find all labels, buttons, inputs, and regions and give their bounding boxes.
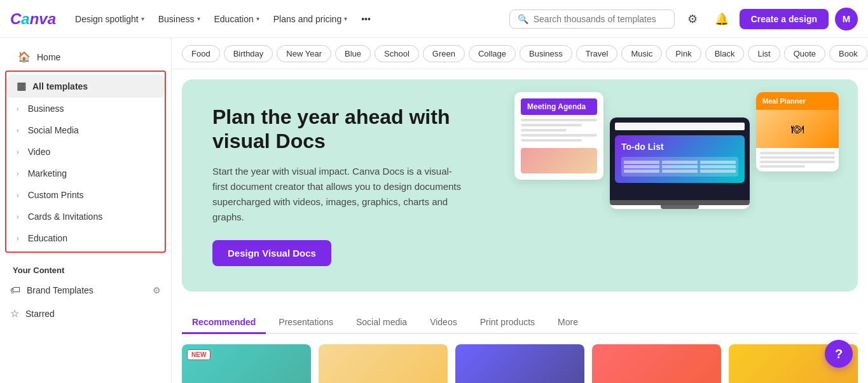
nav-education[interactable]: Education ▾ [208,10,266,28]
tab-more[interactable]: More [548,312,588,334]
logo[interactable]: Canva [10,10,56,28]
tag-pink[interactable]: Pink [666,45,701,62]
nav-design-spotlight[interactable]: Design spotlight ▾ [69,10,151,28]
sidebar-item-custom-prints[interactable]: › Custom Prints [6,184,165,206]
nav-business[interactable]: Business ▾ [152,10,207,28]
card-image [521,148,597,173]
todo-cell [662,170,698,173]
todo-table [621,157,738,177]
tag-music[interactable]: Music [621,45,662,62]
card-line [521,124,582,126]
grid-icon: ▦ [17,80,26,92]
thumb-bg: Inspire Your Feed [455,344,584,383]
avatar[interactable]: M [835,8,858,30]
tag-travel[interactable]: Travel [576,45,618,62]
search-icon: 🔍 [518,14,528,24]
laptop-stand [661,205,699,209]
meal-row [760,152,835,154]
card-line [521,134,597,137]
nav-more-button[interactable]: ••• [355,10,377,28]
tab-print-products[interactable]: Print products [470,312,545,334]
notifications-button[interactable]: 🔔 [710,8,733,30]
tab-videos[interactable]: Videos [420,312,467,334]
tag-school[interactable]: School [375,45,419,62]
tag-blue[interactable]: Blue [335,45,371,62]
card-line [521,129,567,131]
tag-book[interactable]: Book [829,45,867,62]
chevron-down-icon: ▾ [256,15,259,22]
template-thumb-1[interactable]: NEW ✦ Design [182,344,311,383]
template-thumb-2[interactable]: 🎨 [319,344,448,383]
sidebar-item-all-templates[interactable]: ▦ All templates [6,74,165,98]
tag-quote[interactable]: Quote [784,45,825,62]
tag-business[interactable]: Business [520,45,572,62]
chevron-right-icon: › [17,126,19,134]
tag-green[interactable]: Green [423,45,465,62]
sidebar-item-cards-invitations[interactable]: › Cards & Invitations [6,206,165,227]
meeting-agenda-card: Meeting Agenda [514,92,603,180]
card-line [521,119,597,121]
chevron-right-icon: › [17,148,19,156]
template-thumb-4[interactable]: 📱 [592,344,721,383]
template-thumb-3[interactable]: Inspire Your Feed [455,344,584,383]
meeting-agenda-title: Meeting Agenda [521,98,597,115]
sidebar-item-starred[interactable]: ☆ Starred [0,302,171,325]
sidebar-item-social-media[interactable]: › Social Media [6,119,165,141]
search-box[interactable]: 🔍 [509,10,675,29]
card-line [521,139,582,142]
thumb-bg: 📱 [592,344,721,383]
chevron-down-icon: ▾ [197,15,200,22]
header-right: 🔍 ⚙ 🔔 Create a design M [509,8,858,30]
chevron-down-icon: ▾ [141,15,144,22]
todo-cell [700,161,736,164]
template-section: ▦ All templates › Business › Social Medi… [5,71,166,253]
todo-card: To-do List [615,135,745,183]
sidebar-item-video[interactable]: › Video [6,141,165,163]
hero-cta-button[interactable]: Design Visual Docs [212,240,331,266]
sidebar-item-education[interactable]: › Education [6,227,165,249]
sidebar-item-business[interactable]: › Business [6,98,165,119]
chevron-down-icon: ▾ [344,15,347,22]
tag-list[interactable]: List [748,45,780,62]
tag-strip: Food Birthday New Year Blue School Green… [172,38,868,69]
your-content-label: Your Content [0,255,171,279]
meal-row [760,161,835,163]
todo-cell [662,165,698,168]
hero-title: Plan the year ahead with visual Docs [212,105,467,154]
sidebar-item-home[interactable]: 🏠 Home [5,46,166,68]
settings-button[interactable]: ⚙ [681,8,704,30]
todo-cell [624,165,659,168]
star-icon: ☆ [10,307,19,319]
sidebar-item-marketing[interactable]: › Marketing [6,163,165,184]
todo-title: To-do List [621,142,738,152]
home-icon: 🏠 [18,51,31,63]
thumb-bg: NEW ✦ [182,344,311,383]
chevron-right-icon: › [17,213,19,220]
search-input[interactable] [534,14,666,24]
hero-banner: Plan the year ahead with visual Docs Sta… [182,79,858,292]
tag-birthday[interactable]: Birthday [224,45,273,62]
tab-presentations[interactable]: Presentations [268,312,343,334]
tag-food[interactable]: Food [182,45,220,62]
create-design-button[interactable]: Create a design [740,9,829,29]
nav-plans-pricing[interactable]: Plans and pricing ▾ [267,10,354,28]
todo-cell [662,161,698,164]
tab-recommended[interactable]: Recommended [182,312,266,334]
meal-planner-card: Meal Planner 🍽 [756,92,839,171]
laptop-screen: To-do List [610,118,750,200]
chevron-right-icon: › [17,105,19,112]
tab-social-media[interactable]: Social media [346,312,417,334]
sidebar-item-brand-templates[interactable]: 🏷 Brand Templates ⚙ [0,279,171,302]
tabs-section: Recommended Presentations Social media V… [172,302,868,334]
tag-collage[interactable]: Collage [469,45,516,62]
todo-cell [700,170,736,173]
tag-black[interactable]: Black [705,45,745,62]
tabs-row: Recommended Presentations Social media V… [182,312,858,334]
tag-new-year[interactable]: New Year [277,45,331,62]
main-layout: 🏠 Home ▦ All templates › Business › Soci… [0,38,868,383]
nav-links: Design spotlight ▾ Business ▾ Education … [69,10,377,28]
meal-planner-title: Meal Planner [756,92,839,110]
help-button[interactable]: ? [825,340,853,368]
hero-text: Plan the year ahead with visual Docs Sta… [212,105,467,266]
hero-description: Start the year with visual impact. Canva… [212,164,467,225]
